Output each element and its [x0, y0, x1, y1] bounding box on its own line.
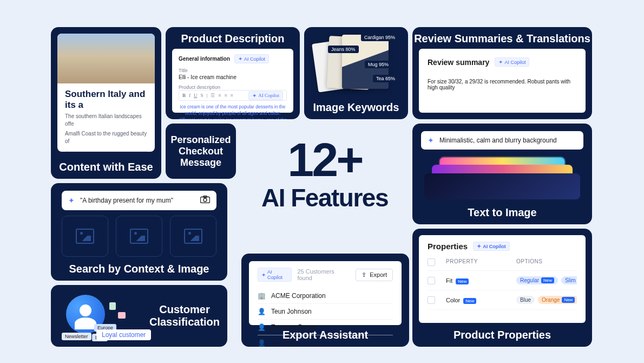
cwe-paragraph-2: Amalfi Coast to the rugged beauty of — [65, 130, 147, 145]
new-badge: New — [541, 277, 554, 283]
card-text-to-image: ✦ Minimalistic, calm and blurry backgrou… — [412, 124, 592, 224]
new-badge: New — [463, 298, 476, 304]
image-icon — [184, 229, 202, 244]
card-properties: Properties ✦AI Copilot PROPERTY OPTIONS … — [412, 229, 592, 347]
new-badge: New — [562, 297, 575, 303]
pp-panel: Properties ✦AI Copilot PROPERTY OPTIONS … — [419, 235, 586, 323]
cwe-paragraph-1: The southern Italian landscapes offe — [65, 113, 147, 128]
pp-hdr-property: PROPERTY — [446, 258, 516, 266]
sparkle-icon: ✦ — [68, 196, 75, 205]
property-name: ColorNew — [446, 297, 516, 303]
cwe-image — [57, 34, 155, 83]
ik-tag-jeans: Jeans 80% — [328, 46, 359, 53]
search-tiles — [62, 216, 216, 257]
pd-title: Product Description — [166, 33, 300, 45]
headline: 12+ AI Features — [244, 138, 406, 212]
sparkle-icon: ✦ — [238, 56, 242, 62]
property-options: BlueOrangeNewRedBl — [516, 296, 577, 304]
pd-desc-label: Product description — [179, 85, 287, 90]
search-tile[interactable] — [170, 216, 216, 257]
table-row: FitNewRegularNewSlimNewLo — [428, 271, 577, 290]
pp-heading: Properties — [428, 242, 468, 251]
pc-title: Personalized Checkout Message — [166, 134, 236, 168]
rv-heading: Review summary — [428, 58, 489, 67]
chip-loyal: Loyal customer — [96, 329, 151, 340]
ai-copilot-badge[interactable]: ✦AI Copilot — [234, 54, 269, 63]
t2i-title: Text to Image — [412, 206, 592, 219]
pp-hdr-options: OPTIONS — [516, 258, 543, 266]
rv-text: For size 30/32, a 29/32 is recommended. … — [428, 79, 577, 90]
checkbox[interactable] — [428, 277, 435, 284]
option-pill[interactable]: Blue — [516, 296, 535, 304]
export-label: Export — [370, 271, 387, 278]
checkbox[interactable] — [428, 258, 435, 266]
search-title: Search by Context & Image — [51, 263, 227, 275]
cwe-panel: Southern Italy and its a The southern It… — [57, 34, 155, 152]
table-row: ColorNewBlueOrangeNewRedBl — [428, 290, 577, 310]
card-customer-class: Europe Newsletter B2B Loyal customer Cus… — [51, 285, 227, 347]
ea-count: 25 Customers found — [297, 268, 350, 281]
pd-panel: General information ✦AI Copilot Title El… — [172, 49, 293, 113]
property-name: FitNew — [446, 277, 516, 284]
sparkle-icon: ✦ — [252, 93, 257, 99]
ik-tag-tea: Tea 65% — [373, 75, 398, 82]
property-options: RegularNewSlimNewLo — [516, 276, 577, 284]
rv-title: Review Summaries & Translations — [412, 33, 592, 45]
ai-copilot-badge[interactable]: ✦AI Copilot — [495, 57, 529, 67]
ai-copilot-badge[interactable]: ✦AI Copilot — [258, 268, 292, 282]
pd-general-info: General information — [179, 56, 230, 62]
cwe-heading: Southern Italy and its a — [65, 89, 147, 111]
chip-newsletter: Newsletter — [62, 333, 91, 340]
export-icon: ⇪ — [362, 271, 366, 278]
headline-number: 12+ — [244, 138, 406, 181]
ik-tag-cardigan: Cardigan 95% — [361, 34, 398, 41]
ik-stage: Cardigan 95% Jeans 80% Mug 95% Tea 65% — [311, 34, 402, 98]
ea-panel: ✦AI Copilot 25 Customers found ⇪ Export … — [249, 261, 402, 325]
pd-title-value: Elli - Ice cream machine — [179, 74, 287, 80]
sparkle-icon: ✦ — [428, 136, 434, 145]
checkbox[interactable] — [428, 296, 435, 304]
search-input[interactable]: ✦ "A birthday present for my mum" — [62, 191, 216, 210]
ai-copilot-badge[interactable]: ✦AI Copilot — [473, 242, 510, 251]
card-content-with-ease: Southern Italy and its a The southern It… — [51, 27, 161, 179]
ea-title: Export Assistant — [241, 329, 409, 341]
pp-table: PROPERTY OPTIONS FitNewRegularNewSlimNew… — [428, 258, 577, 310]
sparkle-icon: ✦ — [477, 243, 481, 249]
rv-panel: Review summary ✦AI Copilot For size 30/3… — [419, 49, 586, 113]
ai-copilot-badge[interactable]: ✦AI Copilot — [248, 91, 283, 100]
svg-point-2 — [203, 198, 207, 202]
search-tile[interactable] — [62, 216, 108, 257]
card-search: ✦ "A birthday present for my mum" Search… — [51, 183, 227, 281]
sparkle-icon: ✦ — [498, 59, 503, 65]
t2i-input[interactable]: ✦ Minimalistic, calm and blurry backgrou… — [421, 131, 583, 150]
deco-chip — [118, 312, 126, 319]
building-icon: 🏢 — [258, 292, 266, 300]
pp-title: Product Properties — [412, 329, 592, 341]
t2i-stack — [424, 157, 580, 199]
list-item[interactable]: 👤Teun Johnson — [258, 303, 393, 319]
pd-title-label: Title — [179, 68, 287, 73]
option-pill[interactable]: OrangeNew — [538, 296, 577, 304]
t2i-prompt: Minimalistic, calm and blurry background — [439, 137, 557, 144]
option-pill[interactable]: SlimNew — [561, 276, 577, 284]
ik-tag-mug: Mug 95% — [365, 61, 392, 68]
headline-sub: AI Features — [244, 183, 406, 212]
cc-title: Customer Classification — [149, 303, 220, 328]
list-item[interactable]: 🏢ACME Corporation — [258, 288, 393, 303]
person-icon: 👤 — [258, 308, 266, 315]
export-button[interactable]: ⇪ Export — [356, 269, 393, 281]
card-image-keywords: Cardigan 95% Jeans 80% Mug 95% Tea 65% I… — [304, 27, 408, 119]
cwe-title: Content with Ease — [51, 161, 161, 173]
new-badge: New — [456, 278, 469, 284]
card-pers-checkout: Personalized Checkout Message — [166, 124, 236, 179]
search-tile[interactable] — [116, 216, 162, 257]
cwe-prompt-input[interactable]: Write a short blog post about wea — [65, 151, 147, 152]
deco-chip — [109, 302, 116, 310]
card-reviews: Review Summaries & Translations Review s… — [412, 27, 592, 119]
option-pill[interactable]: RegularNew — [516, 276, 558, 284]
camera-icon[interactable] — [200, 196, 210, 205]
pd-body-text: Ice cream is one of the most popular des… — [179, 104, 287, 119]
card-product-description: Product Description General information … — [166, 27, 300, 119]
pd-toolbar[interactable]: BIUS|☰≡≡≡ ✦AI Copilot — [179, 90, 287, 101]
cc-scene: Europe Newsletter B2B Loyal customer — [57, 291, 160, 340]
